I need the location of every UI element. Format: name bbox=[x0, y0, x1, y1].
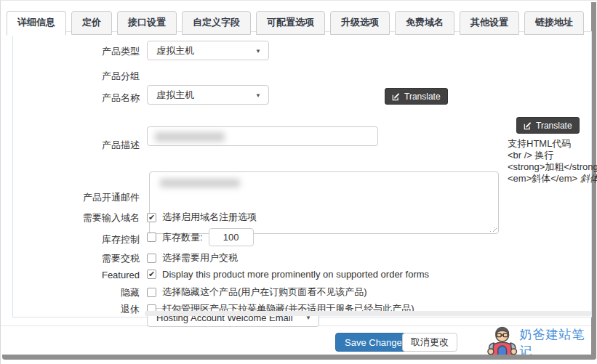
help-line-em: <em>斜体</em> 斜体 bbox=[508, 173, 597, 185]
require-domain-row: ✔ 选择启用域名注册选项 bbox=[147, 211, 257, 224]
hidden-row: ✔ 选择隐藏这个产品(用户在订购页面看不见该产品) bbox=[147, 286, 367, 299]
stock-quantity-text: 库存数量: bbox=[162, 231, 203, 244]
product-settings-window: 详细信息 定价 接口设置 自定义字段 可配置选项 升级选项 免费域名 其他设置 … bbox=[0, 0, 597, 364]
help-line-html: 支持HTML代码 bbox=[508, 138, 597, 150]
edit-icon bbox=[524, 121, 532, 130]
product-group-label: 产品分组 bbox=[13, 70, 140, 83]
chevron-down-icon: ▼ bbox=[255, 92, 261, 98]
require-domain-checkbox[interactable]: ✔ bbox=[147, 213, 156, 222]
stock-control-checkbox[interactable]: ✔ bbox=[147, 232, 156, 242]
translate-button-label: Translate bbox=[404, 92, 441, 102]
hidden-checkbox[interactable]: ✔ bbox=[147, 288, 156, 297]
help-line-br: <br /> 换行 bbox=[508, 150, 597, 161]
details-tab-panel: 产品类型 虚拟主机 ▼ 产品分组 虚拟主机 ▼ 产品名称 Translate 产… bbox=[12, 31, 592, 318]
description-help-text: 支持HTML代码 <br /> 换行 <strong>加粗</strong> 加… bbox=[508, 138, 597, 185]
product-description-label: 产品描述 bbox=[13, 139, 140, 152]
featured-checkbox[interactable]: ✔ bbox=[147, 270, 156, 279]
stock-control-row: ✔ 库存数量: bbox=[147, 228, 254, 246]
tab-custom-fields[interactable]: 自定义字段 bbox=[182, 11, 251, 35]
chevron-down-icon: ▼ bbox=[255, 47, 261, 54]
stock-control-label: 库存控制 bbox=[13, 233, 140, 246]
product-description-textarea[interactable] bbox=[149, 171, 499, 234]
apply-tax-checkbox[interactable]: ✔ bbox=[147, 254, 156, 263]
product-group-value: 虚拟主机 bbox=[156, 89, 194, 102]
edit-icon bbox=[392, 92, 401, 101]
featured-label: Featured bbox=[13, 270, 140, 280]
apply-tax-label: 需要交税 bbox=[13, 252, 140, 265]
tab-other-settings[interactable]: 其他设置 bbox=[460, 11, 519, 35]
product-type-value: 虚拟主机 bbox=[156, 44, 194, 57]
redaction-blur bbox=[155, 132, 225, 142]
cancel-changes-button[interactable]: 取消更改 bbox=[402, 333, 457, 352]
translate-name-button[interactable]: Translate bbox=[385, 88, 448, 105]
tab-upgrades[interactable]: 升级选项 bbox=[330, 11, 390, 35]
tab-pricing[interactable]: 定价 bbox=[71, 11, 112, 35]
tab-links[interactable]: 链接地址 bbox=[524, 11, 584, 35]
apply-tax-row: ✔ 选择需要用户交税 bbox=[147, 251, 238, 264]
product-name-label: 产品名称 bbox=[13, 92, 140, 105]
redaction-blur bbox=[160, 179, 240, 187]
horizontal-scrollbar[interactable] bbox=[145, 311, 591, 316]
product-group-select[interactable]: 虚拟主机 ▼ bbox=[147, 85, 269, 105]
stock-quantity-input[interactable] bbox=[209, 228, 254, 246]
translate-button-label: Translate bbox=[536, 121, 572, 131]
require-domain-label: 需要输入域名 bbox=[13, 211, 140, 225]
translate-description-button[interactable]: Translate bbox=[516, 117, 580, 134]
window-edge bbox=[2, 355, 596, 360]
tab-bar: 详细信息 定价 接口设置 自定义字段 可配置选项 升级选项 免费域名 其他设置 … bbox=[7, 11, 584, 35]
tab-configurable-options[interactable]: 可配置选项 bbox=[256, 11, 325, 35]
tab-module-settings[interactable]: 接口设置 bbox=[117, 11, 177, 35]
hidden-label: 隐藏 bbox=[13, 286, 140, 299]
welcome-email-label: 产品开通邮件 bbox=[13, 191, 140, 204]
help-line-strong: <strong>加粗</strong> 加粗 bbox=[508, 161, 597, 173]
product-type-select[interactable]: 虚拟主机 ▼ bbox=[147, 41, 269, 60]
tab-free-domain[interactable]: 免费域名 bbox=[395, 11, 454, 35]
featured-row: ✔ Display this product more prominently … bbox=[147, 269, 429, 280]
hidden-text: 选择隐藏这个产品(用户在订购页面看不见该产品) bbox=[162, 286, 367, 299]
featured-text: Display this product more prominently on… bbox=[162, 269, 429, 280]
tab-details[interactable]: 详细信息 bbox=[7, 11, 66, 36]
retired-label: 退休 bbox=[13, 303, 140, 316]
apply-tax-text: 选择需要用户交税 bbox=[162, 251, 238, 264]
resize-grip[interactable] bbox=[490, 225, 497, 232]
require-domain-text: 选择启用域名注册选项 bbox=[162, 211, 257, 224]
product-name-input[interactable] bbox=[147, 126, 378, 146]
product-type-label: 产品类型 bbox=[13, 45, 140, 58]
